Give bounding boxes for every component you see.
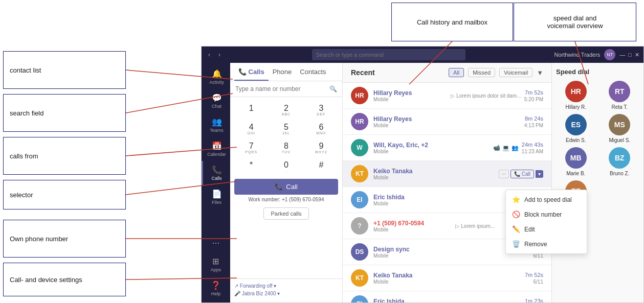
title-bar-left: ‹ › [206,50,223,59]
nav-back-button[interactable]: ‹ [206,50,213,59]
avatar: W [351,139,368,156]
dialpad-key-3[interactable]: 3DEF [304,101,338,119]
recent-item-info: Hillary Reyes Mobile [373,89,447,102]
recent-item-type: Mobile [373,97,447,102]
dialpad-key-star[interactable]: * [234,158,268,176]
filter-icon[interactable]: ▼ [537,69,543,77]
recent-date: 11:23 AM [522,149,543,154]
annotation-call-history: Call history and mailbox [391,3,513,41]
context-block-number[interactable]: 🚫 Block number [506,207,551,222]
recent-item[interactable]: HR Hillary Reyes Mobile ▷ Lorem ipsum do… [343,83,551,109]
recent-duration: 24m 43s [522,142,543,148]
dialpad-key-1[interactable]: 1 [234,101,268,119]
tab-calls[interactable]: 📞 Calls [234,68,269,81]
recent-item[interactable]: KT Keiko Tanaka Mobile ··· 📞 Call ▾ [343,161,551,187]
filter-missed-button[interactable]: Missed [468,68,495,77]
context-add-speed-dial[interactable]: ⭐ Add to speed dial [506,192,551,207]
speed-dial-avatar: HR [565,81,587,102]
recent-item[interactable]: EI Eric Ishida ↗ Mobile 1m 23s 6/11 [343,291,551,302]
recent-item-meta: 1m 23s 6/11 [525,298,543,303]
avatar: KT [351,165,368,182]
recent-item-name: Eric Ishida [373,298,525,303]
maximize-button[interactable]: □ [628,52,632,58]
close-button[interactable]: ✕ [635,52,639,58]
speed-dial-item[interactable]: MB Marie B. [556,147,596,176]
global-search-input[interactable] [312,49,465,60]
recent-item[interactable]: HR Hillary Reyes Mobile 8m 24s 4:13 PM [343,109,551,135]
recent-item-type: Mobile [373,123,524,128]
tab-contacts[interactable]: Contacts [296,68,330,81]
filter-all-button[interactable]: All [449,68,464,77]
title-bar: ‹ › Northwind Traders NT — □ ✕ [202,46,643,63]
speed-dial-item[interactable]: RT Reta T. [600,81,640,110]
filter-voicemail-button[interactable]: Voicemail [499,68,532,77]
sidebar-item-chat[interactable]: 💬 Chat [202,89,230,113]
files-icon: 📄 [212,189,222,199]
recent-item-info: Will, Kayo, Eric, +2 Mobile [373,142,493,154]
dialpad-key-6[interactable]: 6MNO [304,120,338,138]
edit-icon: ✏️ [512,225,520,233]
recent-title: Recent [351,68,445,77]
sidebar-apps-button[interactable]: ⊞ Apps [209,252,224,276]
calls-icon: 📞 [212,165,222,175]
remove-icon: 🗑️ [512,240,520,248]
sidebar-item-activity[interactable]: 🔔 Activity [202,65,230,89]
sidebar-item-calendar[interactable]: 📅 Calendar [202,137,230,161]
call-action-button[interactable]: 📞 Call [510,170,534,178]
speed-dial-item[interactable]: MS Miguel S. [600,114,640,143]
recent-date: 4:13 PM [524,123,543,128]
dialpad-key-hash[interactable]: # [304,158,338,176]
speed-dial-item[interactable]: ES Edwin S. [556,114,596,143]
minimize-button[interactable]: — [619,52,625,58]
screen-share-icon: 💻 [502,145,509,151]
dialpad-key-5[interactable]: 5JKL [269,120,303,138]
annotation-selector-label: selector [10,191,33,199]
dialpad-key-4[interactable]: 4GHI [234,120,268,138]
recent-item-name: Hillary Reyes [373,89,447,97]
annotation-contact-list-label: contact list [10,66,41,74]
window-controls: — □ ✕ [619,52,639,58]
sidebar-help-button[interactable]: ❓ Help [209,276,223,300]
dialpad-key-8[interactable]: 8TUV [269,139,303,157]
speed-dial-avatar: BZ [609,147,630,169]
dialpad-key-7[interactable]: 7PQRS [234,139,268,157]
dialpad-key-9[interactable]: 9WXYZ [304,139,338,157]
calls-tabs: 📞 Calls Phone Contacts [230,63,342,81]
sidebar-item-calls[interactable]: 📞 Calls [202,161,230,185]
recent-item-preview: ▷ Lorem ipsum dolor sit damet, con... [451,93,524,99]
nav-forward-button[interactable]: › [216,50,223,59]
sidebar-help-label: Help [211,291,221,296]
calendar-icon: 📅 [212,141,222,151]
speed-dial-name: Reta T. [612,104,628,110]
annotation-call-device-label: Call- and device settings [10,276,82,284]
avatar: HR [351,113,368,130]
context-remove[interactable]: 🗑️ Remove [506,237,551,251]
speed-dial-name: Bruno Z. [610,171,629,176]
speed-dial-item[interactable]: BZ Bruno Z. [600,147,640,176]
sidebar-more-button[interactable]: ··· [208,234,224,252]
context-edit-label: Edit [524,226,535,233]
user-avatar[interactable]: NT [604,49,615,60]
tab-phone[interactable]: Phone [269,68,296,81]
forwarding-setting[interactable]: ↗ Forwarding off ▾ [234,283,338,289]
recent-item-type: Mobile [373,227,451,232]
sidebar-item-teams[interactable]: 👥 Teams [202,113,230,137]
device-setting[interactable]: 🎤 Jabra Biz 2400 ▾ [234,291,338,296]
recent-item[interactable]: W Will, Kayo, Eric, +2 Mobile 📹 💻 👥 24m … [343,135,551,161]
annotation-speed-dial-label: speed dial and voicemail overview [547,14,603,30]
recent-item-name: Hillary Reyes [373,115,524,123]
context-edit[interactable]: ✏️ Edit [506,222,551,237]
dialpad-key-2[interactable]: 2ABC [269,101,303,119]
more-options-button[interactable]: ··· [499,170,509,178]
calls-icon-tab: 📞 [238,68,247,76]
recent-item-type: Mobile [373,175,499,180]
avatar: DS [351,243,368,261]
recent-item[interactable]: KT Keiko Tanaka Mobile 7m 52s 6/11 [343,265,551,291]
call-dropdown-button[interactable]: ▾ [536,170,543,178]
dialpad-key-0[interactable]: 0. [269,158,303,176]
speed-dial-item[interactable]: HR Hillary R. [556,81,596,110]
parked-calls-button[interactable]: Parked calls [263,207,309,220]
calls-search-input[interactable] [235,85,326,92]
sidebar-item-files[interactable]: 📄 Files [202,185,230,209]
call-button[interactable]: 📞 Call [234,179,338,195]
